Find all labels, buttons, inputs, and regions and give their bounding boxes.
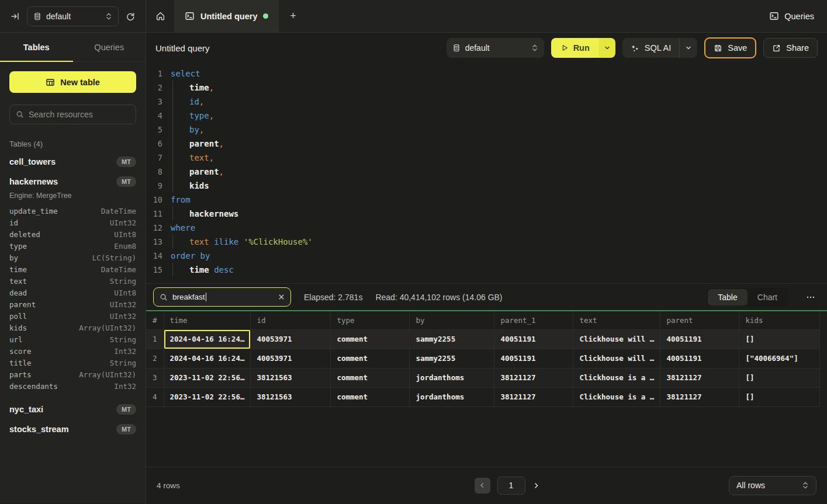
column-row: textString [9,276,136,287]
save-button[interactable]: Save [704,37,756,58]
result-cell[interactable]: comment [331,329,410,349]
chevron-updown-icon [105,12,112,20]
results-search-input[interactable]: breakfast [153,287,291,307]
result-cell[interactable]: 38121127 [660,368,739,387]
column-type: String [110,276,136,287]
home-tab[interactable] [146,0,174,32]
database-icon [452,44,461,52]
previous-page-button[interactable] [475,478,490,493]
next-page-button[interactable] [532,482,540,489]
result-cell[interactable]: Clickhouse is a … [573,387,660,406]
result-cell[interactable]: jordanthoms [410,387,494,406]
result-cell[interactable]: 40051191 [494,329,573,349]
view-toggle-chart[interactable]: Chart [748,289,787,305]
column-type: Array(UInt32) [79,369,136,381]
result-cell[interactable]: 40051191 [660,329,739,349]
collapse-sidebar-icon[interactable] [8,9,22,23]
share-button[interactable]: Share [763,38,818,58]
column-header-parent[interactable]: parent [660,311,739,329]
column-header-type[interactable]: type [331,311,410,329]
page-number-input[interactable]: 1 [497,477,525,495]
result-cell[interactable]: 40051191 [660,349,739,368]
editor-line: 13text ilike '%ClickHouse%' [146,235,827,249]
editor-line: 12where [146,221,827,235]
column-type: LC(String) [92,252,136,264]
result-cell[interactable]: Clickhouse will … [573,329,660,349]
result-cell[interactable]: jordanthoms [410,368,494,387]
new-table-button[interactable]: New table [9,71,136,93]
tab-strip: Untitled query + [146,0,307,32]
results-more-button[interactable] [801,293,820,302]
sql-ai-button[interactable]: SQL AI [622,38,679,58]
clear-search-button[interactable] [278,294,285,300]
refresh-icon[interactable] [123,9,137,23]
result-cell[interactable]: comment [331,368,410,387]
result-cell[interactable]: 38121127 [494,387,573,406]
result-cell[interactable]: 38121127 [494,368,573,387]
resource-search-input[interactable]: Search resources [9,105,136,124]
column-row: typeEnum8 [9,241,136,252]
result-cell[interactable]: [] [739,368,820,387]
result-cell[interactable]: 40053971 [251,349,331,368]
run-options-button[interactable] [599,38,615,58]
selected-cell[interactable]: 2024-04-16 16:24… [164,329,251,349]
table-item-cell_towers[interactable]: cell_towersMT [0,152,146,172]
table-item-nyc_taxi[interactable]: nyc_taxiMT [0,399,146,419]
sql-token: , [199,97,204,106]
result-cell[interactable]: [] [739,387,820,406]
view-toggle-table[interactable]: Table [708,289,747,305]
result-cell[interactable]: 40051191 [494,349,573,368]
column-header-time[interactable]: time [164,311,251,329]
column-row: timeDateTime [9,264,136,276]
run-button[interactable]: Run [551,38,599,58]
result-cell[interactable]: sammy2255 [410,349,494,368]
new-tab-button[interactable]: + [279,0,307,32]
result-cell[interactable]: comment [331,349,410,368]
line-number: 10 [146,195,162,204]
new-table-label: New table [60,78,100,87]
column-header-by[interactable]: by [410,311,494,329]
query-toolbar: Untitled query default Run [146,33,827,63]
sql-editor[interactable]: 1select2time,3id,4type,5by,6parent,7text… [146,63,827,283]
sql-token: parent [189,167,219,176]
tab-label: Untitled query [200,12,257,21]
result-cell[interactable]: [] [739,329,820,349]
chevron-updown-icon [531,44,538,52]
database-selector[interactable]: default [27,6,119,26]
page-size-selector[interactable]: All rows [729,476,816,495]
result-cell[interactable]: 38121563 [251,368,331,387]
queries-button[interactable]: Queries [756,0,827,32]
column-type: Enum8 [114,241,136,252]
column-name: url [9,334,23,346]
query-database-selector[interactable]: default [447,38,544,58]
result-cell[interactable]: 2023-11-02 22:56… [164,368,251,387]
sidebar-tab-queries[interactable]: Queries [73,33,146,61]
page-size-value: All rows [736,481,802,490]
queries-icon [769,11,779,21]
table-item-hackernews[interactable]: hackernewsMT [0,172,146,192]
result-cell[interactable]: Clickhouse is a … [573,368,660,387]
column-name: time [9,264,27,276]
result-cell[interactable]: comment [331,387,410,406]
share-label: Share [786,43,809,53]
tab-untitled-query[interactable]: Untitled query [174,0,279,32]
result-cell[interactable]: ["40066964"] [739,349,820,368]
result-cell[interactable]: Clickhouse will … [573,349,660,368]
result-cell[interactable]: 38121563 [251,387,331,406]
line-code: type, [162,109,827,123]
result-cell[interactable]: 38121127 [660,387,739,406]
column-header-id[interactable]: id [251,311,331,329]
pager: 1 [285,477,729,495]
result-cell[interactable]: sammy2255 [410,329,494,349]
result-cell[interactable]: 40053971 [251,329,331,349]
result-cell[interactable]: 2023-11-02 22:56… [164,387,251,406]
row-index: 4 [146,387,164,406]
column-header-text[interactable]: text [573,311,660,329]
table-item-stocks_stream[interactable]: stocks_streamMT [0,419,146,439]
line-code: text, [162,151,827,165]
column-header-parent_1[interactable]: parent_1 [494,311,573,329]
result-cell[interactable]: 2024-04-16 16:24… [164,349,251,368]
sidebar-tab-tables[interactable]: Tables [0,33,73,61]
sql-ai-options-button[interactable] [679,38,697,58]
column-header-kids[interactable]: kids [739,311,820,329]
